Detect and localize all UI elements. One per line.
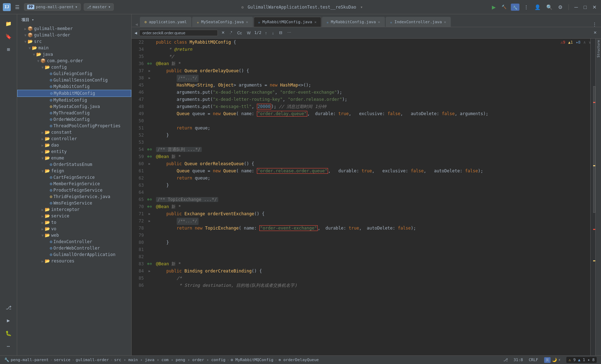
maximize-button[interactable]: □	[582, 3, 588, 11]
breadcrumb-arrow[interactable]: ◀	[133, 22, 140, 27]
hamburger-menu[interactable]: ☰	[14, 3, 21, 11]
more-actions[interactable]: ⋮	[522, 3, 530, 11]
find-word[interactable]: W	[245, 30, 252, 36]
tree-item-myseata[interactable]: ⚙ MySeataConfig.java	[17, 103, 131, 110]
tab-close-myseata[interactable]: ✕	[246, 20, 248, 24]
fold-indicator-59b[interactable]: ⊖	[150, 153, 152, 160]
tree-item-mythread[interactable]: ⚙ MyThreadConfig	[17, 110, 131, 116]
encoding[interactable]: CRLF	[529, 358, 538, 362]
tree-item-thridfeign[interactable]: ⚙ ThridFeignService.java	[17, 193, 131, 200]
tree-item-gulimall-order[interactable]: ▼ 📦 gulimall-order	[17, 32, 131, 38]
find-regex[interactable]: .*	[228, 30, 234, 35]
fold-indicator-36b[interactable]: ⊖	[150, 60, 152, 67]
fold-indicator-70b[interactable]: ⊖	[150, 203, 152, 210]
breadcrumb-folder[interactable]: gulimall-order	[76, 358, 109, 362]
tree-item-config[interactable]: ▼ 📂 config	[17, 64, 131, 70]
fold-indicator-65b[interactable]: ⊖	[150, 196, 152, 203]
tree-item-resources[interactable]: ▶ 📂 resources	[17, 258, 131, 264]
search-bar-arrow[interactable]: ◀	[135, 30, 137, 35]
build-button[interactable]: 🔨	[500, 3, 508, 11]
tree-item-productfeign[interactable]: ⚙ ProductFeignService	[17, 187, 131, 193]
tree-item-gulifeign[interactable]: ⚙ GuliFeignConfig	[17, 70, 131, 77]
cursor-position[interactable]: 31:8	[514, 358, 523, 362]
fold-indicator-59a[interactable]: ⊕	[147, 153, 149, 160]
tab-close-index[interactable]: ✕	[444, 20, 446, 24]
notifications-button[interactable]: 👤	[533, 3, 542, 11]
tab-close-myrabbit[interactable]: ✕	[378, 20, 380, 24]
tree-item-wmsfeign[interactable]: ⚙ WmsFeignService	[17, 200, 131, 206]
tab-close-myrabbitmq[interactable]: ✕	[314, 20, 317, 24]
sidebar-icon-project[interactable]: 📁	[3, 18, 14, 29]
fold-indicator-54b[interactable]: ⊖	[150, 146, 152, 153]
scrollbar-track[interactable]	[590, 39, 595, 355]
tree-item-java[interactable]: ▼ 📂 java	[17, 51, 131, 58]
tree-item-orderstatusenum[interactable]: ⚙ OrderStatusEnum	[17, 161, 131, 168]
find-close[interactable]: ✕	[220, 30, 226, 36]
file-tree-header[interactable]: 项目 ▾	[17, 14, 131, 25]
tree-item-entity[interactable]: ▶ 📂 entity	[17, 148, 131, 155]
tree-item-constant[interactable]: ▶ 📂 constant	[17, 129, 131, 136]
tree-item-memberfeign[interactable]: ⚙ MemberFeignService	[17, 181, 131, 187]
tree-item-indexcontroller[interactable]: ⚙ IndexController	[17, 238, 131, 245]
fold-indicator-54a[interactable]: ⊕	[147, 146, 149, 153]
tree-item-dao[interactable]: ▶ 📂 dao	[17, 142, 131, 148]
tree-item-myredis[interactable]: ⚙ MyRedisConfig	[17, 97, 131, 103]
scrollbar-thumb[interactable]	[593, 86, 595, 213]
close-button[interactable]: ✕	[591, 3, 598, 11]
tab-indexcontroller[interactable]: ☕ IndexController.java ✕	[386, 17, 451, 27]
find-more[interactable]: ⋯	[286, 30, 293, 36]
tree-item-orderweb[interactable]: ⚙ OrderWebConfig	[17, 116, 131, 123]
search-everywhere[interactable]: 🔍	[545, 3, 554, 11]
minimize-button[interactable]: ─	[573, 3, 580, 11]
tree-item-gulimall-member[interactable]: ▶ 📦 gulimall-member	[17, 25, 131, 32]
tree-item-controller[interactable]: ▶ 📂 controller	[17, 136, 131, 142]
tree-item-service[interactable]: ▶ 📂 service	[17, 213, 131, 219]
structure-icon[interactable]: Structure	[597, 40, 600, 58]
sidebar-icon-more[interactable]: ⋯	[3, 340, 14, 352]
breadcrumb-project[interactable]: peng-mall-parent	[11, 358, 49, 362]
tab-myseata[interactable]: ☕ MySeataConfig.java ✕	[192, 17, 253, 27]
sidebar-icon-run[interactable]: ▶	[3, 315, 14, 326]
tree-item-gulimall-order-app[interactable]: ⚙ GulimallOrderApplication	[17, 251, 131, 258]
tree-item-myrabbitmq[interactable]: ⚙ MyRabbitMQConfig	[17, 90, 131, 97]
tree-item-feign[interactable]: ▼ 📂 feign	[17, 168, 131, 174]
fold-indicator-83b[interactable]: ⊖	[150, 260, 152, 267]
find-filter[interactable]: ⊟	[278, 30, 284, 36]
tree-item-enume[interactable]: ▼ 📂 enume	[17, 155, 131, 161]
tree-item-main[interactable]: ▼ 📂 main	[17, 45, 131, 51]
fold-indicator-36[interactable]: ⊕	[147, 60, 149, 67]
sidebar-icon-structure[interactable]: ⊞	[3, 44, 14, 55]
run-button[interactable]: ▶	[490, 3, 497, 11]
tree-item-threadpool[interactable]: ⚙ ThreadPoolConfigProperties	[17, 123, 131, 129]
find-prev[interactable]: ↑	[264, 30, 269, 36]
tab-application-yaml[interactable]: ⚙ application.yaml	[140, 17, 191, 27]
find-next[interactable]: ↓	[270, 30, 275, 36]
tree-item-web[interactable]: ▼ 📂 web	[17, 232, 131, 238]
breadcrumb-module[interactable]: service	[54, 358, 70, 362]
tree-item-gulimall-session[interactable]: ⚙ GulimallSessionConfig	[17, 77, 131, 83]
ime-toggle[interactable]: 英	[544, 357, 551, 363]
branch-selector[interactable]: ⎇ master ▾	[84, 3, 114, 11]
tab-myrabbitconfig[interactable]: ☕ MyRabbitConfig.java ✕	[322, 17, 385, 27]
tree-item-com-peng-order[interactable]: ▼ 📦 com.peng.order	[17, 58, 131, 64]
settings-button[interactable]: ⚙	[557, 3, 564, 11]
find-input[interactable]	[139, 30, 218, 36]
fold-indicator-65a[interactable]: ⊕	[147, 196, 149, 203]
sidebar-icon-git[interactable]: ⎇	[3, 302, 14, 313]
search-close[interactable]: ✕	[592, 30, 598, 36]
find-case[interactable]: Cc	[236, 30, 243, 36]
code-body[interactable]: ⚠9 ▲1 ✦8 ∧ ∨ 22 public class MyRabbitMQC…	[132, 39, 590, 355]
fold-indicator-70a[interactable]: ⊕	[147, 203, 149, 210]
tree-item-myrabbit[interactable]: ⚙ MyRabbitConfig	[17, 83, 131, 90]
tree-item-to[interactable]: ▶ 📂 to	[17, 219, 131, 226]
fold-indicator-83a[interactable]: ⊕	[147, 260, 149, 267]
run-config-button[interactable]: 🔧	[511, 4, 519, 11]
tree-item-vo[interactable]: ▶ 📂 vo	[17, 226, 131, 232]
tab-myrabbitmqconfig[interactable]: ☕ MyRabbitMQConfig.java ✕	[254, 17, 321, 27]
tab-more-button[interactable]: ⋮	[590, 22, 600, 27]
breadcrumb-file[interactable]: ⚙ MyRabbitMQConfig	[231, 358, 273, 362]
tree-item-interceptor[interactable]: ▶ 📂 interceptor	[17, 206, 131, 213]
tree-item-orderwebcontroller[interactable]: ⚙ OrderWebController	[17, 245, 131, 251]
tree-item-cartfeign[interactable]: ⚙ CartFeignService	[17, 174, 131, 181]
breadcrumb-method[interactable]: ⊕ orderDelayQueue	[279, 358, 319, 362]
